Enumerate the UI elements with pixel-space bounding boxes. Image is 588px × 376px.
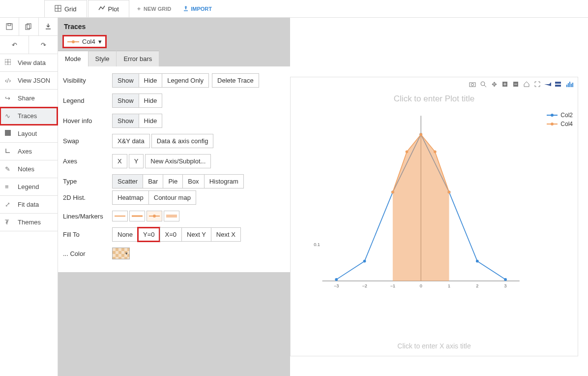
legend-show[interactable]: Show bbox=[112, 94, 139, 108]
legend-item-col2[interactable]: Col2 bbox=[547, 112, 573, 119]
svg-point-20 bbox=[481, 82, 485, 86]
plot-icon bbox=[98, 5, 105, 13]
swap-xy[interactable]: X&Y data bbox=[112, 134, 150, 148]
type-scatter[interactable]: Scatter bbox=[112, 174, 143, 188]
visibility-hide[interactable]: Hide bbox=[139, 73, 162, 88]
svg-rect-32 bbox=[571, 84, 572, 87]
fill-none[interactable]: None bbox=[112, 227, 138, 242]
hover-show[interactable]: Show bbox=[112, 114, 139, 128]
tab-grid[interactable]: Grid bbox=[44, 0, 87, 17]
type-histogram[interactable]: Histogram bbox=[204, 174, 244, 188]
svg-rect-28 bbox=[555, 85, 561, 87]
swap-config[interactable]: Data & axis config bbox=[151, 134, 214, 148]
plot-title-placeholder[interactable]: Click to enter Plot title bbox=[291, 94, 578, 104]
subtab-mode[interactable]: Mode bbox=[58, 51, 88, 66]
hover-compare-icon[interactable] bbox=[555, 80, 563, 88]
sidebar-item-layout[interactable]: Layout bbox=[0, 125, 58, 143]
sidebar-item-notes[interactable]: ✎Notes bbox=[0, 160, 58, 178]
save-icon[interactable] bbox=[0, 18, 19, 35]
fill-nexty[interactable]: Next Y bbox=[181, 227, 211, 242]
chevron-down-icon: ▾ bbox=[98, 38, 102, 45]
fill-to-label: Fill To bbox=[63, 231, 112, 238]
upload-icon bbox=[183, 5, 189, 12]
home-icon[interactable] bbox=[523, 80, 530, 88]
sidebar-item-themes[interactable]: ₮Themes bbox=[0, 214, 58, 231]
svg-rect-8 bbox=[46, 29, 51, 30]
legend-item-col4[interactable]: Col4 bbox=[547, 121, 573, 127]
subtab-error-bars[interactable]: Error bars bbox=[117, 51, 159, 66]
zoom-in-icon[interactable] bbox=[501, 80, 509, 88]
sidebar-item-axes[interactable]: Axes bbox=[0, 143, 58, 160]
visibility-show[interactable]: Show bbox=[112, 73, 139, 88]
plotly-logo-icon[interactable] bbox=[566, 80, 574, 88]
legend-hide[interactable]: Hide bbox=[139, 94, 163, 108]
tab-plot-label: Plot bbox=[108, 5, 119, 13]
fill-nextx[interactable]: Next X bbox=[211, 227, 241, 242]
lm-line[interactable] bbox=[112, 211, 128, 221]
axes-x[interactable]: X bbox=[112, 154, 127, 168]
camera-icon[interactable] bbox=[469, 80, 476, 88]
x-axis-title-placeholder[interactable]: Click to enter X axis title bbox=[291, 342, 578, 350]
svg-text:2: 2 bbox=[476, 283, 478, 288]
svg-point-53 bbox=[419, 133, 422, 136]
sidebar-item-legend[interactable]: ≡Legend bbox=[0, 178, 58, 196]
subtab-style[interactable]: Style bbox=[88, 51, 117, 66]
lm-line-markers[interactable] bbox=[147, 211, 162, 221]
axes-icon bbox=[5, 148, 14, 155]
layout-icon bbox=[5, 130, 14, 137]
lm-line-thick[interactable] bbox=[129, 211, 145, 221]
color-picker[interactable]: ▾ bbox=[112, 248, 130, 259]
undo-icon[interactable]: ↶ bbox=[0, 36, 29, 54]
zoom-out-icon[interactable] bbox=[512, 80, 520, 88]
type-bar[interactable]: Bar bbox=[143, 174, 163, 188]
tab-grid-label: Grid bbox=[64, 5, 77, 13]
zoom-icon[interactable] bbox=[479, 80, 487, 88]
lm-area[interactable] bbox=[164, 211, 179, 221]
sidebar-item-fit-data[interactable]: ⤢Fit data bbox=[0, 196, 58, 214]
hover-closest-icon[interactable] bbox=[544, 80, 552, 88]
plot-canvas[interactable]: ✥ Click to enter Plot title −3−2−101230.… bbox=[290, 77, 578, 356]
trace-selector[interactable]: Col4 ▾ bbox=[63, 35, 106, 48]
sidebar-item-view-data[interactable]: View data bbox=[0, 54, 58, 72]
type-heatmap[interactable]: Heatmap bbox=[112, 190, 148, 205]
legend-icon: ≡ bbox=[5, 183, 14, 190]
plus-icon: ＋ bbox=[136, 5, 142, 12]
type-box[interactable]: Box bbox=[182, 174, 204, 188]
svg-point-55 bbox=[448, 190, 451, 193]
sidebar-item-traces[interactable]: ∿Traces bbox=[0, 107, 58, 125]
pencil-icon: ✎ bbox=[5, 165, 14, 173]
chevron-down-icon: ▾ bbox=[125, 251, 128, 256]
svg-point-44 bbox=[335, 278, 338, 281]
sidebar-item-share[interactable]: ↪Share bbox=[0, 90, 58, 107]
type-contour[interactable]: Contour map bbox=[148, 190, 196, 205]
copy-icon[interactable] bbox=[19, 18, 38, 35]
axes-label: Axes bbox=[63, 157, 112, 165]
visibility-legend-only[interactable]: Legend Only bbox=[162, 73, 209, 88]
fill-y0[interactable]: Y=0 bbox=[138, 227, 160, 242]
axes-new[interactable]: New Axis/Subplot... bbox=[145, 154, 211, 168]
svg-text:3: 3 bbox=[504, 283, 507, 288]
pan-icon[interactable]: ✥ bbox=[490, 80, 498, 88]
svg-text:−2: −2 bbox=[362, 283, 367, 288]
download-icon[interactable] bbox=[39, 18, 58, 35]
svg-rect-4 bbox=[6, 24, 12, 30]
fill-x0[interactable]: X=0 bbox=[160, 227, 182, 242]
sidebar-item-view-json[interactable]: ‹/›View JSON bbox=[0, 72, 58, 90]
axes-y[interactable]: Y bbox=[129, 154, 144, 168]
type-label: Type bbox=[63, 178, 112, 185]
svg-point-54 bbox=[434, 150, 437, 153]
table-icon bbox=[5, 59, 14, 66]
autoscale-icon[interactable] bbox=[533, 80, 541, 88]
svg-point-52 bbox=[406, 150, 409, 153]
type-pie[interactable]: Pie bbox=[163, 174, 182, 188]
redo-icon[interactable]: ↷ bbox=[29, 36, 58, 54]
share-icon: ↪ bbox=[5, 94, 14, 102]
delete-trace-button[interactable]: Delete Trace bbox=[212, 73, 259, 88]
import-button[interactable]: IMPORT bbox=[177, 5, 218, 12]
svg-point-49 bbox=[476, 260, 479, 263]
tab-plot[interactable]: Plot bbox=[88, 0, 129, 17]
svg-rect-12 bbox=[5, 130, 11, 136]
svg-text:1: 1 bbox=[448, 283, 450, 288]
new-grid-button[interactable]: ＋ NEW GRID bbox=[130, 5, 177, 12]
hover-hide[interactable]: Hide bbox=[139, 114, 163, 128]
